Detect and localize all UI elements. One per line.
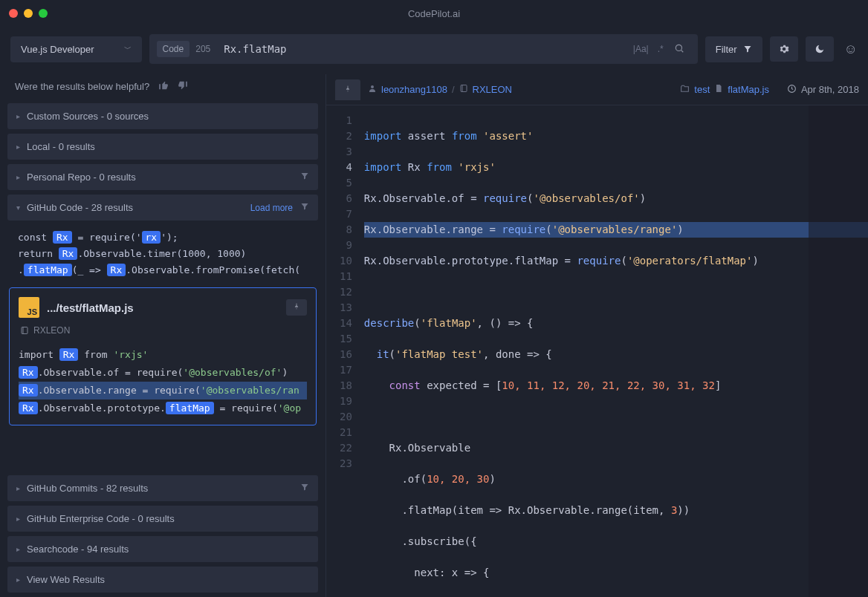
maximize-window[interactable]	[39, 9, 48, 18]
app-title: CodePilot.ai	[408, 8, 460, 19]
search-input[interactable]	[224, 43, 629, 55]
titlebar: CodePilot.ai	[0, 0, 868, 27]
source-searchcode[interactable]: ▸ Searchcode - 94 results	[7, 536, 318, 562]
folder-link[interactable]: test	[694, 84, 710, 95]
pin-icon	[344, 85, 352, 93]
line-gutter: 1234567891011121314151617181920212223	[326, 105, 360, 597]
code-pill[interactable]: Code	[157, 41, 190, 57]
window-controls	[9, 9, 48, 18]
result-card-selected[interactable]: JS .../test/flatMap.js RXLEON import Rx …	[9, 287, 317, 425]
source-web-results[interactable]: ▸ View Web Results	[7, 567, 318, 593]
result-snippet[interactable]: const Rx = require('rx'); return Rx.Obse…	[7, 225, 318, 283]
caret-icon: ▸	[16, 545, 27, 553]
sidebar: Were the results below helpful? ▸ Custom…	[0, 74, 326, 597]
filter-button[interactable]: Filter	[705, 36, 762, 62]
repo-link[interactable]: RXLEON	[473, 84, 512, 95]
file-icon	[714, 84, 723, 95]
gear-icon	[779, 44, 789, 54]
card-title: .../test/flatMap.js	[47, 301, 279, 314]
source-label: Local - 0 results	[27, 141, 309, 152]
main: Were the results below helpful? ▸ Custom…	[0, 74, 868, 597]
source-custom[interactable]: ▸ Custom Sources - 0 sources	[7, 103, 318, 129]
minimap[interactable]	[809, 105, 868, 597]
author-link[interactable]: leonzhang1108	[381, 84, 447, 95]
file-path: test flatMap.js	[680, 84, 769, 96]
filter-icon[interactable]	[300, 202, 309, 213]
source-label: GitHub Code - 28 results	[27, 202, 250, 213]
svg-point-0	[676, 45, 681, 50]
card-header: JS .../test/flatMap.js	[10, 288, 316, 321]
results-list: const Rx = require('rx'); return Rx.Obse…	[7, 225, 318, 475]
js-badge: JS	[19, 297, 39, 318]
helpful-prompt: Were the results below helpful?	[7, 74, 318, 103]
code-viewer: leonzhang1108 / RXLEON test flatMap.js	[326, 74, 868, 597]
source-label: GitHub Enterprise Code - 0 results	[27, 513, 309, 524]
caret-icon: ▸	[16, 575, 27, 584]
caret-icon: ▸	[16, 143, 27, 151]
source-personal-repo[interactable]: ▸ Personal Repo - 0 results	[7, 164, 318, 190]
repo-name: RXLEON	[33, 325, 70, 336]
card-code: import Rx from 'rxjs' Rx.Observable.of =…	[10, 343, 316, 425]
clock-icon	[787, 84, 797, 96]
svg-line-1	[681, 50, 683, 52]
svg-point-4	[371, 85, 374, 88]
source-label: Custom Sources - 0 sources	[27, 111, 309, 122]
pin-button[interactable]	[286, 299, 307, 316]
user-icon	[368, 84, 377, 95]
file-link[interactable]: flatMap.js	[728, 84, 769, 95]
caret-icon: ▸	[16, 484, 27, 492]
svg-rect-5	[461, 85, 467, 92]
card-repo: RXLEON	[10, 321, 316, 343]
breadcrumb: leonzhang1108 / RXLEON	[368, 84, 512, 95]
pin-icon	[293, 303, 300, 310]
load-more-link[interactable]: Load more	[250, 203, 293, 213]
toolbar: Vue.js Developer ﹀ Code 205 |Aa| .* Filt…	[0, 27, 868, 74]
thumbs-up-icon[interactable]	[158, 80, 169, 93]
profile-label: Vue.js Developer	[21, 44, 94, 55]
filter-icon	[743, 45, 752, 53]
source-label: Personal Repo - 0 results	[27, 172, 300, 183]
source-local[interactable]: ▸ Local - 0 results	[7, 134, 318, 160]
source-github-enterprise[interactable]: ▸ GitHub Enterprise Code - 0 results	[7, 506, 318, 532]
filter-label: Filter	[716, 44, 737, 55]
caret-icon: ▸	[16, 112, 27, 120]
minimize-window[interactable]	[24, 9, 33, 18]
caret-icon: ▸	[16, 173, 27, 181]
match-case-toggle[interactable]: |Aa|	[633, 44, 649, 54]
search-bar: Code 205 |Aa| .*	[149, 34, 698, 64]
source-github-code[interactable]: ▾ GitHub Code - 28 results Load more	[7, 195, 318, 221]
filter-icon[interactable]	[300, 483, 309, 494]
profile-dropdown[interactable]: Vue.js Developer ﹀	[10, 36, 142, 62]
regex-toggle[interactable]: .*	[658, 44, 664, 54]
theme-toggle[interactable]	[806, 36, 834, 62]
source-github-commits[interactable]: ▸ GitHub Commits - 82 results	[7, 475, 318, 501]
code-content: import assert from 'assert' import Rx fr…	[360, 105, 868, 597]
feedback-button[interactable]: ☺	[844, 42, 858, 57]
repo-icon	[20, 326, 29, 335]
pinned-tab[interactable]	[335, 79, 360, 100]
viewer-header: leonzhang1108 / RXLEON test flatMap.js	[326, 74, 868, 105]
code-count: 205	[195, 44, 210, 54]
svg-rect-2	[22, 327, 27, 334]
file-date: Apr 8th, 2018	[787, 84, 859, 96]
folder-icon	[680, 84, 690, 96]
thumbs-down-icon[interactable]	[178, 80, 188, 93]
editor[interactable]: 1234567891011121314151617181920212223 im…	[326, 105, 868, 597]
search-icon[interactable]	[668, 43, 690, 56]
date-text: Apr 8th, 2018	[801, 84, 859, 95]
repo-icon	[459, 84, 468, 95]
helpful-text: Were the results below helpful?	[15, 81, 149, 92]
settings-button[interactable]	[770, 36, 798, 62]
caret-icon: ▸	[16, 515, 27, 523]
source-label: View Web Results	[27, 574, 309, 585]
caret-down-icon: ▾	[16, 203, 27, 212]
moon-icon	[814, 44, 825, 54]
close-window[interactable]	[9, 9, 18, 18]
chevron-down-icon: ﹀	[124, 44, 132, 54]
filter-icon[interactable]	[300, 172, 309, 183]
source-label: GitHub Commits - 82 results	[27, 483, 300, 494]
source-label: Searchcode - 94 results	[27, 544, 309, 555]
highlight: Rx	[53, 231, 72, 244]
